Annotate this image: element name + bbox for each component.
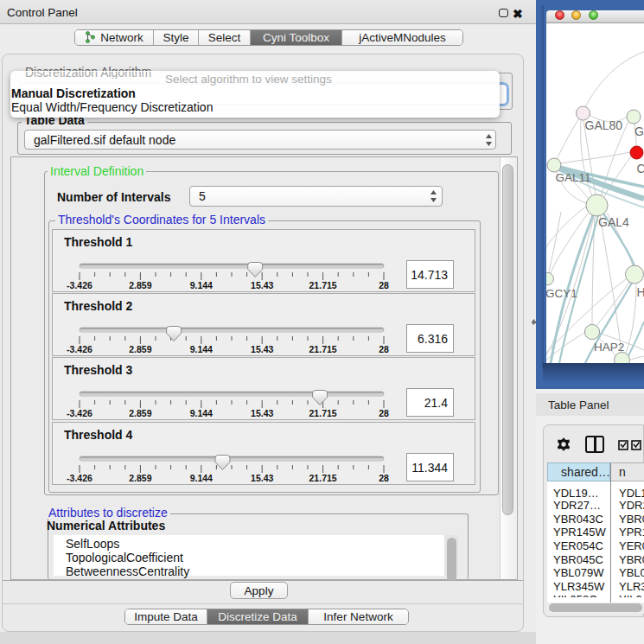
svg-text:9.144: 9.144 — [190, 344, 213, 354]
svg-text:28: 28 — [379, 280, 389, 290]
svg-text:2.859: 2.859 — [129, 408, 151, 418]
svg-text:GCY1: GCY1 — [546, 287, 577, 300]
svg-text:15.43: 15.43 — [251, 280, 273, 290]
svg-text:9.144: 9.144 — [190, 408, 213, 418]
svg-text:-3.426: -3.426 — [67, 344, 92, 354]
svg-text:21.715: 21.715 — [309, 408, 337, 418]
svg-text:15.43: 15.43 — [251, 408, 273, 418]
svg-text:15.43: 15.43 — [251, 344, 273, 354]
svg-text:9.144: 9.144 — [190, 473, 213, 483]
svg-text:2.859: 2.859 — [129, 280, 151, 290]
svg-text:2.859: 2.859 — [129, 344, 151, 354]
svg-text:C: C — [637, 162, 644, 175]
svg-text:21.715: 21.715 — [309, 473, 337, 483]
svg-text:-3.426: -3.426 — [67, 473, 92, 483]
svg-text:GAL80: GAL80 — [585, 118, 623, 132]
svg-text:GAL11: GAL11 — [556, 171, 591, 184]
svg-text:-3.426: -3.426 — [67, 280, 92, 290]
svg-text:21.715: 21.715 — [309, 344, 337, 354]
svg-text:28: 28 — [379, 344, 389, 354]
svg-text:28: 28 — [379, 473, 389, 483]
svg-text:GA: GA — [634, 124, 644, 138]
svg-text:21.715: 21.715 — [309, 280, 337, 290]
svg-text:H: H — [637, 285, 644, 299]
svg-text:15.43: 15.43 — [251, 473, 273, 483]
svg-text:GAL4: GAL4 — [598, 215, 629, 229]
svg-text:2.859: 2.859 — [129, 473, 151, 483]
svg-text:-3.426: -3.426 — [67, 408, 92, 418]
svg-text:HAP2: HAP2 — [594, 341, 624, 354]
svg-text:9.144: 9.144 — [190, 280, 213, 290]
svg-text:28: 28 — [379, 408, 389, 418]
